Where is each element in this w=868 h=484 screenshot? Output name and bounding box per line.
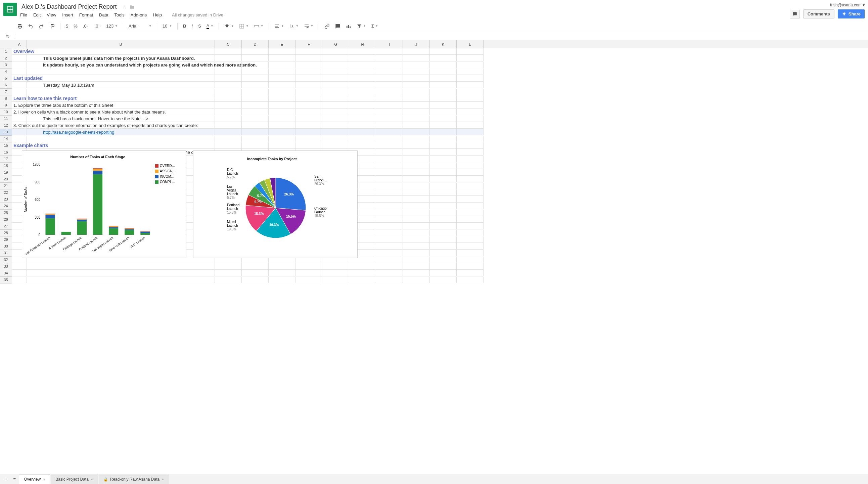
cell-K3[interactable] [430, 62, 457, 68]
cell-L11[interactable] [457, 116, 484, 122]
cell-L1[interactable] [457, 49, 484, 55]
cell-D2[interactable] [242, 55, 269, 61]
comments-button[interactable]: Comments [803, 9, 834, 19]
cell-I8[interactable] [376, 95, 403, 102]
cell-H8[interactable] [349, 95, 376, 102]
cell-F35[interactable] [296, 277, 322, 283]
cell-A2[interactable] [12, 55, 27, 61]
cell-B33[interactable] [27, 263, 215, 270]
share-button[interactable]: Share [838, 9, 865, 19]
cell-K11[interactable] [430, 116, 457, 122]
cell-L10[interactable] [457, 109, 484, 115]
menu-edit[interactable]: Edit [33, 12, 41, 18]
cell-G9[interactable] [322, 102, 349, 109]
cell-E7[interactable] [269, 89, 296, 95]
cell-K22[interactable] [430, 189, 457, 196]
row-header-18[interactable]: 18 [0, 162, 12, 169]
col-header-L[interactable]: L [457, 40, 484, 49]
cell-G8[interactable] [322, 95, 349, 102]
row-header-20[interactable]: 20 [0, 176, 12, 183]
cell-E3[interactable] [269, 62, 296, 68]
star-icon[interactable]: ☆ [123, 5, 127, 10]
cell-L9[interactable] [457, 102, 484, 109]
cell-D7[interactable] [242, 89, 269, 95]
cell-J30[interactable] [403, 243, 430, 249]
cell-J24[interactable] [403, 203, 430, 209]
move-folder-icon[interactable] [129, 5, 135, 10]
cell-A33[interactable] [12, 263, 27, 270]
row-header-29[interactable]: 29 [0, 237, 12, 243]
comment-icon[interactable] [790, 10, 800, 19]
cell-I2[interactable] [376, 55, 403, 61]
link-icon[interactable] [322, 22, 332, 30]
cell-H3[interactable] [349, 62, 376, 68]
row-header-14[interactable]: 14 [0, 136, 12, 143]
cell-H11[interactable] [349, 116, 376, 122]
insert-chart-icon[interactable] [344, 22, 353, 30]
cell-C5[interactable] [215, 75, 242, 82]
row-header-5[interactable]: 5 [0, 75, 12, 82]
cell-C6[interactable] [215, 82, 242, 88]
cell-I9[interactable] [376, 102, 403, 109]
cell-L27[interactable] [457, 223, 484, 230]
cell-L29[interactable] [457, 237, 484, 243]
cell-E5[interactable] [269, 75, 296, 82]
cell-F6[interactable] [296, 82, 322, 88]
text-color-button[interactable]: A▼ [205, 22, 216, 31]
increase-decimal-button[interactable]: .0→ [93, 22, 103, 30]
cell-K16[interactable] [430, 149, 457, 155]
cell-A34[interactable] [12, 270, 27, 276]
cell-J10[interactable] [403, 109, 430, 115]
cell-E14[interactable] [269, 136, 296, 142]
cell-L3[interactable] [457, 62, 484, 68]
cell-J32[interactable] [403, 256, 430, 263]
cell-A3[interactable] [12, 62, 27, 68]
cell-J4[interactable] [403, 68, 430, 75]
cell-A15[interactable]: Example charts [12, 143, 27, 149]
more-formats-button[interactable]: 123▼ [104, 22, 120, 30]
cell-C14[interactable] [215, 136, 242, 142]
cell-D3[interactable] [242, 62, 269, 68]
cell-C7[interactable] [215, 89, 242, 95]
cell-E9[interactable] [269, 102, 296, 109]
cell-B7[interactable] [27, 89, 215, 95]
cell-D9[interactable] [242, 102, 269, 109]
paint-format-icon[interactable] [48, 22, 57, 30]
cell-E13[interactable] [269, 129, 296, 135]
cell-B12[interactable] [27, 122, 215, 129]
cell-L32[interactable] [457, 256, 484, 263]
cell-I33[interactable] [376, 263, 403, 270]
cell-I32[interactable] [376, 256, 403, 263]
cell-K10[interactable] [430, 109, 457, 115]
cell-H6[interactable] [349, 82, 376, 88]
cell-J7[interactable] [403, 89, 430, 95]
cell-L18[interactable] [457, 162, 484, 169]
cell-L22[interactable] [457, 189, 484, 196]
cell-F2[interactable] [296, 55, 322, 61]
cell-H9[interactable] [349, 102, 376, 109]
filter-icon[interactable]: ▼ [354, 22, 368, 30]
cell-K12[interactable] [430, 122, 457, 129]
sheet-tab-overview[interactable]: Overview▼ [19, 475, 50, 484]
cell-A1[interactable]: Overview [12, 49, 27, 55]
cell-J9[interactable] [403, 102, 430, 109]
cell-L21[interactable] [457, 183, 484, 189]
cell-K15[interactable] [430, 143, 457, 149]
col-header-C[interactable]: C [215, 40, 242, 49]
row-header-34[interactable]: 34 [0, 270, 12, 277]
cell-F9[interactable] [296, 102, 322, 109]
cell-E4[interactable] [269, 68, 296, 75]
cell-A10[interactable]: 2. Hover on cells with a black corner to… [12, 109, 27, 115]
row-header-21[interactable]: 21 [0, 183, 12, 189]
menu-tools[interactable]: Tools [114, 12, 124, 18]
cell-L4[interactable] [457, 68, 484, 75]
row-header-9[interactable]: 9 [0, 102, 12, 109]
cell-A6[interactable] [12, 82, 27, 88]
cell-L20[interactable] [457, 176, 484, 182]
cell-L6[interactable] [457, 82, 484, 88]
wrap-button[interactable]: ▼ [302, 22, 315, 30]
cell-K35[interactable] [430, 277, 457, 283]
cell-I10[interactable] [376, 109, 403, 115]
cell-F11[interactable] [296, 116, 322, 122]
cell-J6[interactable] [403, 82, 430, 88]
